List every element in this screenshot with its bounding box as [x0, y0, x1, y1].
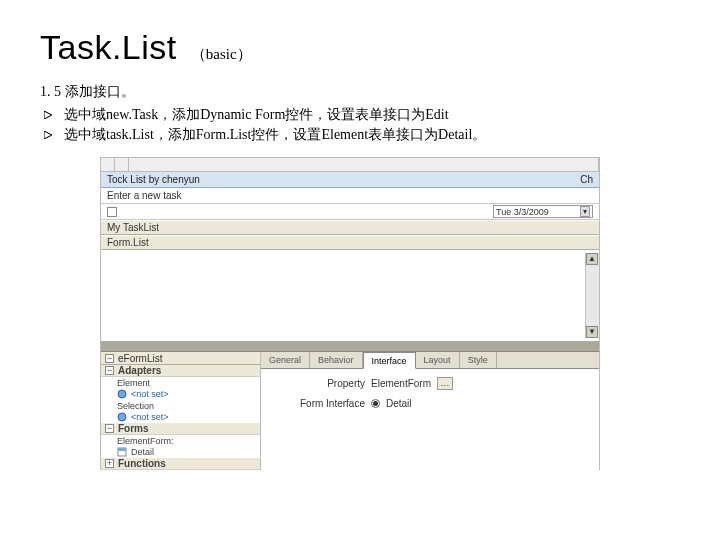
tree-leaf-label: <not set> [131, 412, 169, 422]
task-checkbox[interactable] [107, 207, 117, 217]
svg-rect-3 [118, 448, 126, 451]
chevron-down-icon[interactable]: ▾ [580, 206, 590, 217]
adapter-icon [117, 412, 127, 422]
prop-row-forminterface: Form Interface Detail [269, 396, 591, 410]
collapse-icon[interactable]: − [105, 366, 114, 375]
svg-point-1 [118, 413, 126, 421]
tab-general[interactable]: General [261, 352, 310, 368]
enter-label: Enter a new task [107, 190, 181, 201]
prop-row-property: Property ElementForm … [269, 376, 591, 390]
prop-label: Form Interface [269, 398, 365, 409]
tree-cat-label: Adapters [118, 365, 161, 376]
collapse-icon[interactable]: − [105, 354, 114, 363]
property-panel: General Behavior Interface Layout Style … [261, 352, 599, 470]
tab-style[interactable]: Style [460, 352, 497, 368]
page-title: Task.List [40, 28, 177, 67]
scroll-down-icon[interactable]: ▼ [586, 326, 598, 338]
grey-band-1-label: My TaskList [107, 222, 159, 233]
tab-layout[interactable]: Layout [416, 352, 460, 368]
form-header-right: Ch [580, 174, 593, 185]
tab-behavior[interactable]: Behavior [310, 352, 363, 368]
form-header-left: Tock List by chenyun [107, 174, 200, 185]
tree-leaf-detail[interactable]: Detail [101, 446, 260, 457]
splitter-bar[interactable] [101, 342, 599, 352]
bullet-text: 选中域new.Task，添加Dynamic Form控件，设置表单接口为Edit [64, 105, 449, 125]
vertical-scrollbar[interactable]: ▲ ▼ [585, 253, 599, 338]
tree-leaf-notset[interactable]: <not set> [101, 411, 260, 422]
property-tabs: General Behavior Interface Layout Style [261, 352, 599, 369]
form-icon [117, 447, 127, 457]
prop-label: Property [269, 378, 365, 389]
embedded-screenshot: Tock List by chenyun Ch Enter a new task… [100, 157, 600, 470]
tree-leaf-selection[interactable]: Selection [101, 400, 260, 411]
tab-interface[interactable]: Interface [363, 352, 416, 369]
prop-value: ElementForm [371, 378, 431, 389]
tree-leaf-elementform[interactable]: ElementForm: [101, 435, 260, 446]
form-enter-row: Enter a new task [101, 188, 599, 204]
tree-leaf-label: Detail [131, 447, 154, 457]
date-field[interactable]: Tue 3/3/2009 ▾ [493, 205, 593, 218]
form-control-row: Tue 3/3/2009 ▾ [101, 204, 599, 220]
tree-leaf-label: ElementForm: [117, 436, 174, 446]
tree-header[interactable]: − eFormList [101, 352, 260, 365]
browse-button[interactable]: … [437, 377, 453, 390]
radio-detail[interactable] [371, 399, 380, 408]
design-canvas: ▲ ▼ [101, 250, 599, 342]
tree-cat-adapters[interactable]: − Adapters [101, 365, 260, 377]
grey-band-2-label: Form.List [107, 237, 149, 248]
tree-cat-label: Functions [118, 458, 166, 469]
prop-value: Detail [386, 398, 412, 409]
tree-leaf-label: Element [117, 378, 150, 388]
grey-band-2: Form.List [101, 235, 599, 250]
section-heading: 1. 5 添加接口。 [40, 83, 680, 101]
bullet-icon [40, 125, 50, 145]
collapse-icon[interactable]: − [105, 424, 114, 433]
scroll-up-icon[interactable]: ▲ [586, 253, 598, 265]
adapter-icon [117, 389, 127, 399]
bullet-icon [40, 105, 50, 125]
tree-cat-forms[interactable]: − Forms [101, 423, 260, 435]
tree-leaf-notset[interactable]: <not set> [101, 389, 260, 400]
form-header: Tock List by chenyun Ch [101, 172, 599, 188]
tree-cat-functions[interactable]: + Functions [101, 458, 260, 470]
tree-cat-label: Forms [118, 423, 149, 434]
expand-icon[interactable]: + [105, 459, 114, 468]
component-tree: − eFormList − Adapters Element <not set>… [101, 352, 261, 470]
tree-title: eFormList [118, 353, 162, 364]
grey-band-1: My TaskList [101, 220, 599, 235]
tree-leaf-element[interactable]: Element [101, 377, 260, 388]
bullet-text: 选中域task.List，添加Form.List控件，设置Element表单接口… [64, 125, 486, 145]
svg-point-0 [118, 390, 126, 398]
page-subtitle: （basic） [191, 45, 252, 64]
tree-leaf-label: Selection [117, 401, 154, 411]
tree-leaf-label: <not set> [131, 389, 169, 399]
date-value: Tue 3/3/2009 [496, 207, 549, 217]
toolbar-strip [101, 158, 599, 172]
